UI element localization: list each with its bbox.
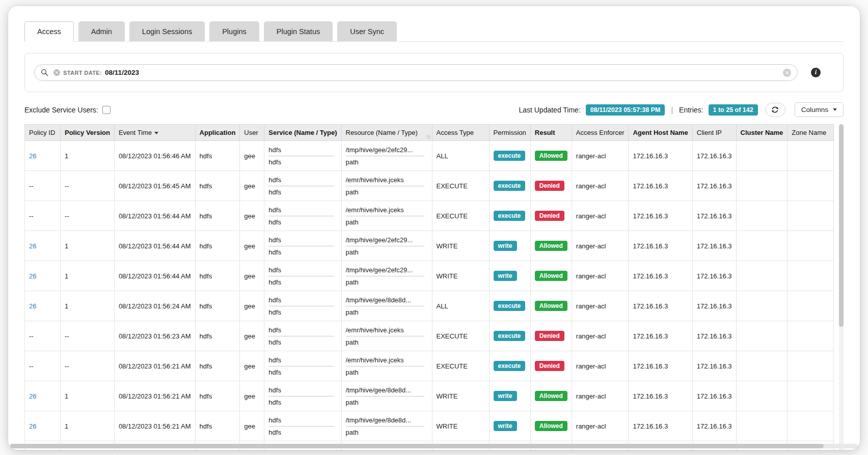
divider [268, 366, 334, 366]
exclude-service-users-checkbox[interactable] [102, 106, 111, 114]
cluster-name-cell [736, 141, 788, 171]
policy-id-cell[interactable]: 26 [29, 422, 36, 430]
policy-id-cell: -- [29, 332, 34, 340]
policy-id-cell[interactable]: 26 [29, 152, 36, 160]
divider [268, 216, 334, 216]
application-cell: hdfs [195, 231, 240, 261]
access-type-cell: EXECUTE [432, 171, 489, 201]
tab-plugins[interactable]: Plugins [209, 21, 259, 41]
column-header-resource-name-type[interactable]: Resource (Name / Type) [341, 125, 432, 141]
service-cell: hdfs hdfs [264, 201, 341, 231]
service-type: hdfs [268, 399, 337, 406]
vertical-scrollbar[interactable] [839, 124, 844, 450]
access-enforcer-cell: ranger-acl [572, 261, 629, 291]
agent-host-name-cell: 172.16.16.3 [629, 231, 692, 261]
policy-id-cell[interactable]: 26 [29, 242, 36, 250]
search-clear-icon[interactable]: ✕ [783, 69, 791, 77]
column-header-permission[interactable]: Permission [489, 125, 530, 141]
search-input[interactable]: ✕ Start Date: 08/11/2023 ✕ [34, 64, 798, 81]
tab-user-sync[interactable]: User Sync [337, 21, 397, 41]
access-type-cell: WRITE [432, 261, 489, 291]
cluster-name-cell [736, 291, 788, 321]
column-header-policy-version[interactable]: Policy Version [61, 125, 115, 141]
policy-id-cell[interactable]: 26 [29, 272, 36, 280]
service-type: hdfs [268, 158, 337, 166]
vertical-scrollbar-thumb[interactable] [839, 124, 844, 327]
permission-cell: execute [489, 141, 530, 171]
column-header-user[interactable]: User [240, 125, 264, 141]
policy-id-cell[interactable]: 26 [29, 302, 36, 310]
application-cell: hdfs [195, 291, 240, 321]
columns-button[interactable]: Columns [795, 102, 844, 117]
zone-name-cell [788, 261, 834, 291]
permission-badge: write [494, 241, 517, 251]
policy-id-cell[interactable]: 26 [29, 392, 36, 400]
agent-host-name-cell: 172.16.16.3 [629, 381, 692, 411]
service-cell: hdfs hdfs [264, 381, 341, 411]
permission-badge: execute [494, 301, 526, 311]
column-header-client-ip[interactable]: Client IP [692, 125, 736, 141]
filter-chip-start-date[interactable]: ✕ Start Date: 08/11/2023 [53, 69, 139, 76]
column-header-policy-id[interactable]: Policy ID [25, 125, 61, 141]
resource-name: /tmp/hive/gee/2efc29... [346, 146, 428, 154]
toolbar-separator: | [670, 106, 674, 114]
horizontal-scrollbar[interactable] [10, 444, 858, 448]
result-cell: Allowed [530, 141, 572, 171]
agent-host-name-cell: 172.16.16.3 [629, 411, 692, 441]
agent-host-name-cell: 172.16.16.3 [629, 321, 692, 351]
tab-bar: AccessAdminLogin SessionsPluginsPlugin S… [24, 21, 844, 42]
divider [268, 186, 334, 186]
column-header-event-time[interactable]: Event Time [114, 125, 195, 141]
divider [268, 306, 334, 306]
service-type: hdfs [268, 338, 337, 346]
refresh-button[interactable] [765, 103, 785, 117]
cluster-name-cell [736, 201, 788, 231]
user-cell: gee [240, 321, 264, 351]
cluster-name-cell [736, 261, 788, 291]
table-row: -- -- 08/12/2023 01:56:44 AM hdfs gee hd… [25, 201, 834, 231]
cluster-name-cell [736, 231, 788, 261]
column-header-zone-name[interactable]: Zone Name [788, 125, 834, 141]
tab-admin[interactable]: Admin [78, 21, 125, 41]
chip-value: 08/11/2023 [105, 69, 139, 76]
table-header-row: Policy IDPolicy VersionEvent TimeApplica… [25, 125, 834, 141]
user-cell: gee [240, 351, 264, 381]
permission-badge: execute [494, 211, 526, 221]
service-name: hdfs [268, 356, 337, 364]
permission-badge: execute [494, 181, 526, 191]
result-badge: Allowed [535, 301, 567, 311]
resource-cell: /emr/hive/hive.jceks path [341, 321, 432, 351]
application-cell: hdfs [195, 261, 240, 291]
resource-type: path [346, 218, 428, 226]
column-header-service-name-type[interactable]: Service (Name / Type) [264, 125, 341, 141]
result-badge: Allowed [535, 241, 567, 251]
client-ip-cell: 172.16.16.3 [692, 321, 736, 351]
divider [346, 306, 425, 306]
result-cell: Denied [530, 351, 572, 381]
event-time-cell: 08/12/2023 01:56:44 AM [114, 201, 195, 231]
tab-access[interactable]: Access [24, 21, 74, 42]
chip-remove-icon[interactable]: ✕ [53, 69, 60, 76]
column-resize-handle-icon[interactable] [426, 135, 430, 139]
permission-badge: write [494, 391, 517, 401]
info-icon[interactable]: i [811, 68, 821, 77]
resource-type: path [346, 308, 428, 316]
column-header-access-type[interactable]: Access Type [432, 125, 489, 141]
column-header-application[interactable]: Application [195, 125, 240, 141]
tab-plugin-status[interactable]: Plugin Status [264, 21, 333, 41]
table-row: -- -- 08/12/2023 01:56:45 AM hdfs gee hd… [25, 171, 834, 201]
policy-version-cell: 1 [61, 141, 115, 171]
agent-host-name-cell: 172.16.16.3 [629, 291, 692, 321]
policy-version-cell: 1 [61, 261, 115, 291]
column-header-cluster-name[interactable]: Cluster Name [736, 125, 788, 141]
column-header-agent-host-name[interactable]: Agent Host Name [629, 125, 692, 141]
permission-cell: write [489, 231, 530, 261]
column-header-access-enforcer[interactable]: Access Enforcer [572, 125, 629, 141]
agent-host-name-cell: 172.16.16.3 [629, 171, 692, 201]
column-header-result[interactable]: Result [530, 125, 572, 141]
result-badge: Allowed [535, 391, 567, 401]
resource-type: path [346, 338, 428, 346]
tab-login-sessions[interactable]: Login Sessions [129, 21, 205, 41]
horizontal-scrollbar-thumb[interactable] [10, 444, 824, 448]
client-ip-cell: 172.16.16.3 [692, 291, 736, 321]
